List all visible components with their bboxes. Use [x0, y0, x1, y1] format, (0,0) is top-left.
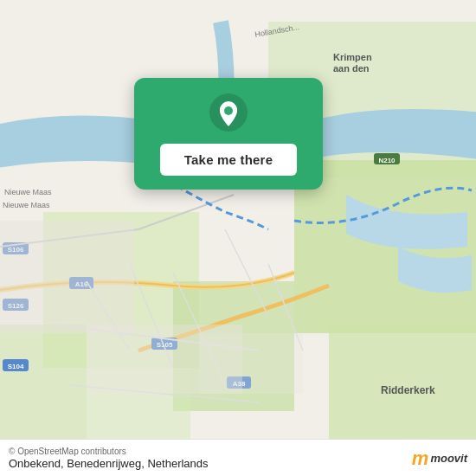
svg-text:N210: N210: [378, 157, 396, 164]
svg-text:Nieuwe Maas: Nieuwe Maas: [3, 201, 50, 209]
location-label: Onbekend, Benedenrijweg, Netherlands: [9, 457, 209, 470]
navigation-card: Take me there: [134, 78, 323, 190]
moovit-wordmark: moovit: [430, 452, 467, 465]
svg-text:Nieuwe Maas: Nieuwe Maas: [4, 188, 52, 196]
map-background: A16 S105 S106 S126 S104 A38 N210: [0, 0, 476, 476]
svg-rect-37: [0, 221, 134, 333]
svg-text:Krimpen: Krimpen: [333, 52, 372, 62]
map-container: A16 S105 S106 S126 S104 A38 N210: [0, 0, 476, 476]
svg-rect-6: [0, 325, 87, 454]
svg-point-42: [224, 106, 233, 115]
take-me-there-button[interactable]: Take me there: [160, 144, 297, 176]
osm-attribution: © OpenStreetMap contributors: [9, 447, 209, 456]
location-pin-icon: [209, 93, 248, 132]
bottom-bar: © OpenStreetMap contributors Onbekend, B…: [0, 439, 476, 476]
moovit-m-icon: m: [412, 447, 428, 470]
svg-text:Ridderkerk: Ridderkerk: [381, 384, 435, 396]
moovit-logo: m moovit: [412, 447, 467, 470]
svg-rect-39: [199, 333, 303, 394]
svg-text:aan den: aan den: [333, 63, 370, 74]
svg-text:S104: S104: [8, 363, 24, 370]
location-info: © OpenStreetMap contributors Onbekend, B…: [9, 447, 209, 470]
